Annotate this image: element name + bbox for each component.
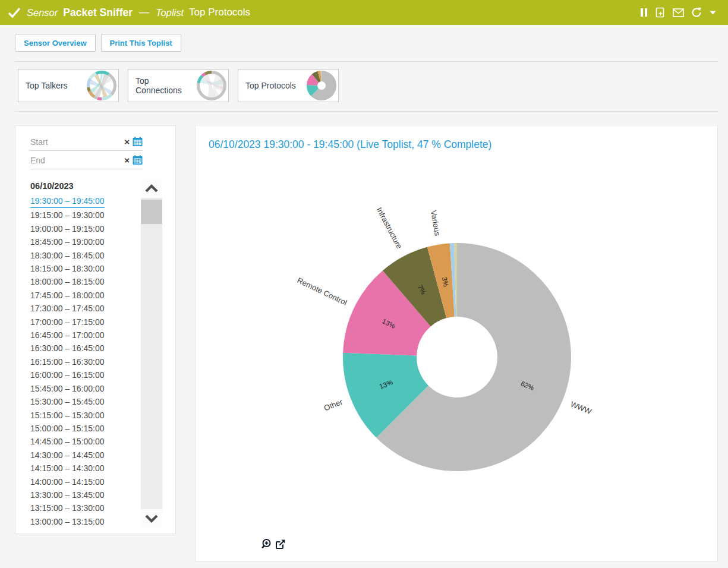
toplist-interval-link[interactable]: 15:15:00 – 15:30:00 — [30, 409, 105, 422]
breadcrumb-separator: — — [139, 7, 149, 18]
check-icon — [7, 6, 21, 19]
breadcrumb: Sensor Packet Sniffer — Toplist Top Prot… — [7, 6, 640, 19]
toplist-interval-link[interactable]: 18:00:00 – 18:15:00 — [30, 275, 105, 288]
toplist-interval-link[interactable]: 14:45:00 – 15:00:00 — [30, 435, 105, 448]
start-date-field: × — [30, 133, 143, 151]
toplist-interval-link[interactable]: 19:15:00 – 19:30:00 — [30, 209, 105, 222]
toplist-interval-link[interactable]: 17:45:00 – 18:00:00 — [30, 289, 105, 302]
toplist-interval-link[interactable]: 13:00:00 – 13:15:00 — [30, 515, 105, 528]
chevron-down-icon — [144, 515, 159, 523]
separator-line — [15, 61, 718, 62]
slice-name-label: Infrastructure — [375, 206, 404, 250]
tab-top-protocols[interactable]: Top Protocols — [238, 69, 339, 102]
toplist-interval-link[interactable]: 13:30:00 – 13:45:00 — [30, 488, 105, 501]
caret-down-icon[interactable] — [710, 11, 716, 15]
print-toplist-button[interactable]: Print This Toplist — [101, 34, 181, 52]
tab-top-connections[interactable]: Top Connections — [128, 69, 229, 102]
toplist-interval-link[interactable]: 18:30:00 – 18:45:00 — [30, 249, 105, 262]
end-date-field: × — [30, 152, 143, 169]
slice-name-label: Remote Control — [296, 276, 349, 307]
slice-name-label: Other — [323, 397, 344, 412]
toplist-interval-link[interactable]: 16:30:00 – 16:45:00 — [30, 342, 105, 355]
scrollbar-track[interactable] — [141, 198, 162, 509]
interval-list: 19:30:00 – 19:45:0019:15:00 – 19:30:0019… — [30, 195, 137, 528]
open-new-window-icon[interactable] — [275, 538, 286, 550]
sensor-name: Packet Sniffer — [63, 7, 133, 19]
email-icon[interactable] — [673, 8, 684, 17]
chart-footer-actions — [261, 538, 286, 550]
toplist-interval-link[interactable]: 14:30:00 – 14:45:00 — [30, 449, 105, 462]
toplist-interval-link[interactable]: 17:30:00 – 17:45:00 — [30, 302, 105, 315]
slice-name-label: WWW — [569, 399, 593, 416]
toplist-interval-link[interactable]: 16:45:00 – 17:00:00 — [30, 329, 105, 342]
toplist-interval-link[interactable]: 15:45:00 – 16:00:00 — [30, 382, 105, 395]
scroll-down-button[interactable] — [141, 509, 162, 528]
toplist-interval-link[interactable]: 15:30:00 – 15:45:00 — [30, 395, 105, 408]
chevron-up-icon — [144, 184, 159, 193]
toplist-interval-link[interactable]: 19:00:00 – 19:15:00 — [30, 222, 105, 235]
protocols-donut-chart: 62%WWW13%Other13%Remote Control7%Infrast… — [196, 125, 718, 564]
pause-icon[interactable] — [640, 8, 648, 17]
toplist-interval-link[interactable]: 14:15:00 – 14:30:00 — [30, 462, 105, 475]
tab-label: Top Talkers — [26, 81, 68, 90]
slice-name-label: Various — [429, 210, 442, 236]
start-calendar-icon[interactable] — [133, 137, 143, 147]
page-header: Sensor Packet Sniffer — Toplist Top Prot… — [0, 0, 728, 25]
end-date-input[interactable] — [30, 156, 121, 165]
interval-date-header: 06/10/2023 — [30, 181, 74, 191]
add-report-icon[interactable] — [655, 7, 666, 18]
separator-line — [15, 111, 718, 112]
toplist-interval-link[interactable]: 18:45:00 – 19:00:00 — [30, 235, 105, 248]
chord-diagram-thumbnail — [196, 70, 227, 101]
refresh-icon[interactable] — [691, 7, 702, 18]
object-type-label: Sensor — [27, 7, 58, 18]
header-actions — [640, 7, 721, 18]
end-calendar-icon[interactable] — [133, 155, 143, 165]
donut-chart-thumbnail — [306, 70, 337, 101]
interval-sidebar: × × — [15, 125, 176, 534]
sensor-overview-button[interactable]: Sensor Overview — [15, 34, 96, 52]
zoom-in-icon[interactable] — [261, 538, 272, 550]
start-date-input[interactable] — [30, 137, 121, 147]
scroll-up-button[interactable] — [141, 179, 162, 198]
toplist-interval-link[interactable]: 15:00:00 – 15:15:00 — [30, 422, 105, 435]
toplist-interval-link[interactable]: 16:15:00 – 16:30:00 — [30, 355, 105, 368]
clear-start-icon[interactable]: × — [124, 137, 130, 146]
context-type-label: Toplist — [156, 7, 184, 18]
toplist-interval-link[interactable]: 14:00:00 – 14:15:00 — [30, 475, 105, 488]
toplist-interval-link[interactable]: 17:00:00 – 17:15:00 — [30, 315, 105, 329]
toolbar: Sensor Overview Print This Toplist — [15, 34, 181, 52]
clear-end-icon[interactable]: × — [124, 156, 130, 165]
interval-scrollbar — [141, 179, 162, 528]
tab-top-talkers[interactable]: Top Talkers — [18, 69, 119, 102]
toplist-tab-bar: Top Talkers Top Connections Top Protocol… — [18, 69, 339, 102]
toplist-interval-link[interactable]: 18:15:00 – 18:30:00 — [30, 262, 105, 275]
toplist-interval-link[interactable]: 19:30:00 – 19:45:00 — [30, 195, 105, 208]
toplist-interval-link[interactable]: 13:15:00 – 13:30:00 — [30, 501, 105, 515]
donut-chart-svg: 62%WWW13%Other13%Remote Control7%Infrast… — [196, 125, 718, 562]
toplist-interval-link[interactable]: 16:00:00 – 16:15:00 — [30, 368, 105, 381]
toplist-name: Top Protocols — [189, 7, 250, 18]
toplist-panel: 06/10/2023 19:30:00 - 19:45:00 (Live Top… — [195, 125, 718, 561]
scrollbar-thumb[interactable] — [141, 200, 162, 224]
tab-label: Top Protocols — [245, 81, 296, 90]
tab-label: Top Connections — [135, 76, 196, 95]
chord-diagram-thumbnail — [86, 70, 117, 101]
